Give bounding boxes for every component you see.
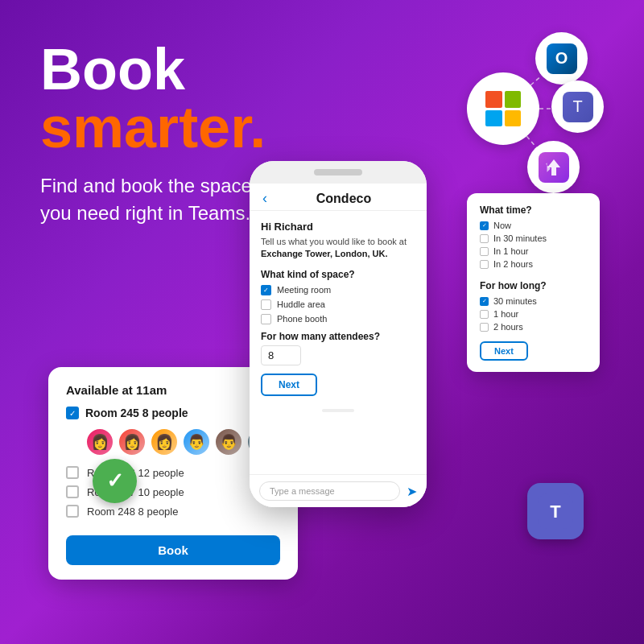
outlook-icon: O (535, 32, 588, 85)
phone-greeting: Hi Richard (261, 221, 415, 233)
time-now-option[interactable]: ✓ Now (480, 221, 587, 230)
teams-icon: T (551, 80, 604, 133)
meeting-room-option[interactable]: ✓ Meeting room (261, 285, 415, 295)
back-button[interactable]: ‹ (262, 190, 267, 207)
avatar-3: 👩 (150, 427, 179, 456)
attendees-value[interactable]: 8 (261, 345, 301, 365)
time-2hr-checkbox[interactable] (480, 260, 489, 269)
huddle-option[interactable]: Huddle area (261, 299, 415, 310)
duration-2hr-label: 2 hours (493, 322, 523, 332)
attendees-label: For how many attendees? (261, 331, 415, 342)
duration-section-title: For how long? (480, 280, 587, 291)
huddle-checkbox[interactable] (261, 299, 271, 310)
phone-next-button[interactable]: Next (261, 374, 317, 396)
icons-cluster: O T (427, 24, 604, 201)
phone-notch-bar (314, 169, 362, 175)
avatar-1: 👩 (85, 427, 114, 456)
duration-30min-checkbox[interactable]: ✓ (480, 297, 489, 306)
time-30min-option[interactable]: In 30 minutes (480, 233, 587, 243)
meeting-room-checkbox[interactable]: ✓ (261, 285, 271, 295)
send-button[interactable]: ➤ (407, 484, 417, 499)
phone-booth-option[interactable]: Phone booth (261, 314, 415, 324)
meeting-room-label: Meeting room (277, 285, 331, 295)
hero-text: Book smarter. Find and book the space yo… (40, 40, 266, 226)
avatar-4: 👨 (182, 427, 211, 456)
duration-1hr-label: 1 hour (493, 309, 518, 319)
duration-1hr-option[interactable]: 1 hour (480, 309, 587, 319)
room-248-row[interactable]: Room 248 8 people (66, 505, 280, 518)
phone-footer: Type a message ➤ (250, 474, 427, 507)
phone-notch (250, 161, 427, 184)
phone-header: ‹ Condeco (250, 184, 427, 211)
time-1hr-checkbox[interactable] (480, 247, 489, 256)
time-2hr-label: In 2 hours (493, 259, 533, 269)
phone-booth-label: Phone booth (277, 314, 327, 324)
green-check-icon: ✓ (93, 459, 137, 503)
teams-badge: T (527, 483, 584, 539)
room-card-title: Available at 11am (66, 383, 280, 397)
room-selected-row: ✓ Room 245 8 people (66, 407, 280, 419)
book-button[interactable]: Book (66, 535, 280, 565)
time-30min-label: In 30 minutes (493, 233, 547, 243)
huddle-label: Huddle area (277, 299, 325, 309)
phone-body: Hi Richard Tell us what you would like t… (250, 211, 427, 406)
time-1hr-option[interactable]: In 1 hour (480, 246, 587, 256)
room-248-checkbox[interactable] (66, 505, 79, 518)
hero-title-smarter: smarter. (40, 98, 266, 156)
hero-title-book: Book (40, 40, 266, 98)
duration-2hr-checkbox[interactable] (480, 323, 489, 332)
duration-30min-option[interactable]: ✓ 30 minutes (480, 296, 587, 306)
room-247-checkbox[interactable] (66, 485, 79, 498)
microsoft-icon (467, 72, 539, 145)
time-section-title: What time? (480, 204, 587, 216)
time-1hr-label: In 1 hour (493, 246, 528, 256)
phone-booth-checkbox[interactable] (261, 314, 271, 324)
duration-30min-label: 30 minutes (493, 296, 537, 306)
phone-main: ‹ Condeco Hi Richard Tell us what you wo… (250, 161, 427, 507)
scroll-indicator (322, 409, 354, 412)
duration-1hr-checkbox[interactable] (480, 310, 489, 319)
time-panel: What time? ✓ Now In 30 minutes In 1 hour… (467, 193, 600, 372)
arrow-connector-icon (527, 141, 580, 193)
time-now-label: Now (493, 221, 511, 230)
message-input[interactable]: Type a message (259, 481, 400, 501)
time-2hr-option[interactable]: In 2 hours (480, 259, 587, 269)
room-246-checkbox[interactable] (66, 466, 79, 479)
hero-subtitle: Find and book the space you need right i… (40, 172, 266, 226)
main-container: Book smarter. Find and book the space yo… (0, 0, 644, 644)
phone-app-title: Condeco (274, 192, 414, 206)
time-now-checkbox[interactable]: ✓ (480, 221, 489, 230)
avatar-5: 👨 (214, 427, 243, 456)
space-question: What kind of space? (261, 269, 415, 280)
phone-message: Tell us what you would like to book at E… (261, 236, 415, 261)
avatar-2: 👩 (118, 427, 147, 456)
time-30min-checkbox[interactable] (480, 234, 489, 243)
duration-2hr-option[interactable]: 2 hours (480, 322, 587, 332)
room-248-label: Room 248 8 people (87, 506, 178, 518)
room-245-checkbox[interactable]: ✓ (66, 407, 79, 419)
room-245-label: Room 245 8 people (85, 407, 188, 419)
panel-next-button[interactable]: Next (480, 341, 528, 361)
svg-text:T: T (550, 502, 561, 522)
